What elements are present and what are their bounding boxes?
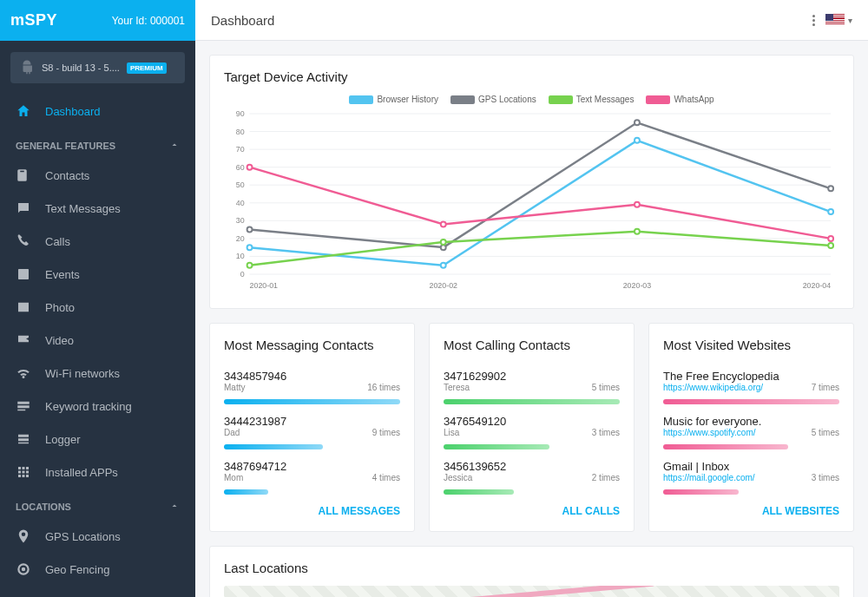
legend-swatch	[646, 95, 670, 104]
legend-label: GPS Locations	[478, 95, 536, 104]
last-locations-card: Last Locations	[209, 546, 854, 597]
svg-point-25	[441, 263, 446, 268]
progress-bar	[663, 489, 739, 495]
item-count: 5 times	[812, 428, 839, 437]
sidebar-item-video[interactable]: Video	[0, 324, 195, 357]
svg-point-35	[828, 243, 833, 248]
legend-item[interactable]: Text Messages	[549, 95, 635, 104]
sidebar-item-gps-locations[interactable]: GPS Locations	[0, 520, 195, 553]
item-count: 16 times	[367, 383, 400, 392]
svg-point-24	[247, 245, 253, 250]
text-messages-icon	[16, 200, 31, 216]
legend-item[interactable]: Browser History	[349, 95, 438, 104]
progress-bar	[444, 444, 549, 449]
svg-text:50: 50	[236, 180, 245, 189]
sidebar-item-contacts[interactable]: Contacts	[0, 159, 195, 192]
sidebar-item-logger[interactable]: Logger	[0, 423, 195, 456]
svg-text:80: 80	[236, 127, 245, 135]
home-icon	[16, 103, 31, 119]
progress-bar	[663, 444, 788, 449]
progress-bar	[444, 399, 620, 404]
svg-point-31	[828, 186, 833, 191]
list-item: 3487694712Mom4 times	[224, 453, 400, 498]
item-subtitle: Dad	[224, 428, 286, 437]
map-preview[interactable]	[224, 586, 839, 597]
device-name: S8 - build 13 - 5....	[42, 62, 120, 73]
item-count: 3 times	[812, 473, 839, 482]
sidebar-item-wi-fi-networks[interactable]: Wi-Fi networks	[0, 357, 195, 390]
keyword-icon	[16, 398, 31, 414]
svg-point-37	[441, 221, 446, 226]
events-icon	[16, 266, 31, 282]
sidebar-item-label: Keyword tracking	[45, 400, 132, 413]
card-title: Most Calling Contacts	[444, 338, 620, 352]
svg-point-33	[441, 239, 446, 245]
nav-section-locations[interactable]: LOCATIONS	[0, 489, 195, 520]
card-title: Last Locations	[224, 561, 839, 575]
svg-text:0: 0	[240, 270, 245, 279]
sidebar-item-label: Geo Fencing	[45, 563, 109, 576]
item-title: 3487694712	[224, 460, 286, 473]
sidebar-item-label: Photo	[45, 301, 75, 314]
all-messages-link[interactable]: ALL MESSAGES	[224, 505, 400, 517]
sidebar-item-photo[interactable]: Photo	[0, 291, 195, 324]
all-calls-link[interactable]: ALL CALLS	[444, 505, 620, 517]
premium-badge: PREMIUM	[127, 62, 167, 74]
sidebar-item-label: Logger	[45, 433, 80, 446]
sidebar-item-label: Wi-Fi networks	[45, 367, 120, 380]
svg-point-34	[635, 229, 640, 234]
item-title: Music for everyone.	[663, 415, 761, 428]
sidebar-item-events[interactable]: Events	[0, 258, 195, 291]
nav-section-general[interactable]: GENERAL FEATURES	[0, 128, 195, 159]
legend-item[interactable]: GPS Locations	[450, 95, 536, 104]
svg-point-27	[828, 209, 833, 214]
progress-bar	[224, 399, 400, 404]
legend-item[interactable]: WhatsApp	[646, 95, 713, 104]
item-count: 5 times	[592, 383, 620, 392]
sidebar-item-calls[interactable]: Calls	[0, 225, 195, 258]
item-subtitle[interactable]: https://www.spotify.com/	[663, 428, 761, 437]
wifi-icon	[16, 365, 31, 381]
item-count: 7 times	[812, 383, 839, 392]
legend-swatch	[349, 95, 373, 104]
sidebar-item-label: Installed APPs	[45, 466, 118, 479]
more-menu-button[interactable]	[812, 15, 815, 26]
item-title: 3434857946	[224, 370, 286, 383]
gps-icon	[16, 528, 31, 544]
list-item: 3434857946Matty16 times	[224, 363, 400, 408]
svg-point-26	[635, 138, 640, 143]
legend-swatch	[549, 95, 573, 104]
svg-point-29	[441, 245, 446, 250]
sidebar-item-installed-apps[interactable]: Installed APPs	[0, 456, 195, 489]
svg-text:40: 40	[236, 199, 245, 207]
item-subtitle[interactable]: https://mail.google.com/	[663, 473, 755, 482]
sidebar-item-label: GPS Locations	[45, 530, 121, 543]
device-selector[interactable]: S8 - build 13 - 5.... PREMIUM	[10, 52, 185, 83]
calls-icon	[16, 233, 31, 249]
item-title: 3471629902	[444, 370, 506, 383]
topbar: Dashboard ▾	[195, 0, 868, 41]
sidebar-item-geo-fencing[interactable]: Geo Fencing	[0, 553, 195, 586]
item-title: 3444231987	[224, 415, 286, 428]
chevron-up-icon	[169, 501, 180, 513]
item-subtitle[interactable]: https://www.wikipedia.org/	[663, 383, 779, 392]
sidebar-item-label: Contacts	[45, 169, 89, 182]
user-id: Your Id: 000001	[112, 15, 185, 27]
sidebar-item-label: Calls	[45, 235, 70, 248]
list-item: The Free Encyclopediahttps://www.wikiped…	[663, 363, 839, 408]
nav-dashboard[interactable]: Dashboard	[0, 95, 195, 128]
chart-legend: Browser HistoryGPS LocationsText Message…	[224, 95, 839, 104]
sidebar-item-label: Video	[45, 334, 74, 347]
sidebar-item-text-messages[interactable]: Text Messages	[0, 192, 195, 225]
svg-text:30: 30	[236, 216, 245, 225]
line-chart: 01020304050607080902020-012020-022020-03…	[224, 109, 839, 292]
language-selector[interactable]: ▾	[825, 14, 852, 26]
item-count: 3 times	[592, 428, 620, 437]
sidebar-item-keyword-tracking[interactable]: Keyword tracking	[0, 390, 195, 423]
list-item: Gmail | Inboxhttps://mail.google.com/3 t…	[663, 453, 839, 498]
progress-bar	[663, 399, 839, 404]
all-websites-link[interactable]: ALL WEBSITES	[663, 505, 839, 517]
page-title: Dashboard	[211, 13, 274, 28]
svg-text:10: 10	[236, 252, 245, 260]
photo-icon	[16, 299, 31, 315]
